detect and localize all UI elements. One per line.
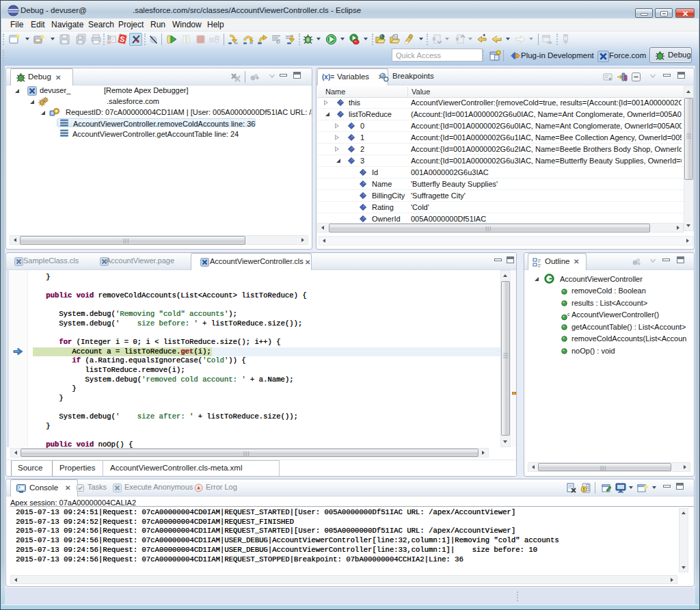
svg-text:!: ! (583, 486, 585, 492)
svg-text:c: c (567, 312, 570, 317)
